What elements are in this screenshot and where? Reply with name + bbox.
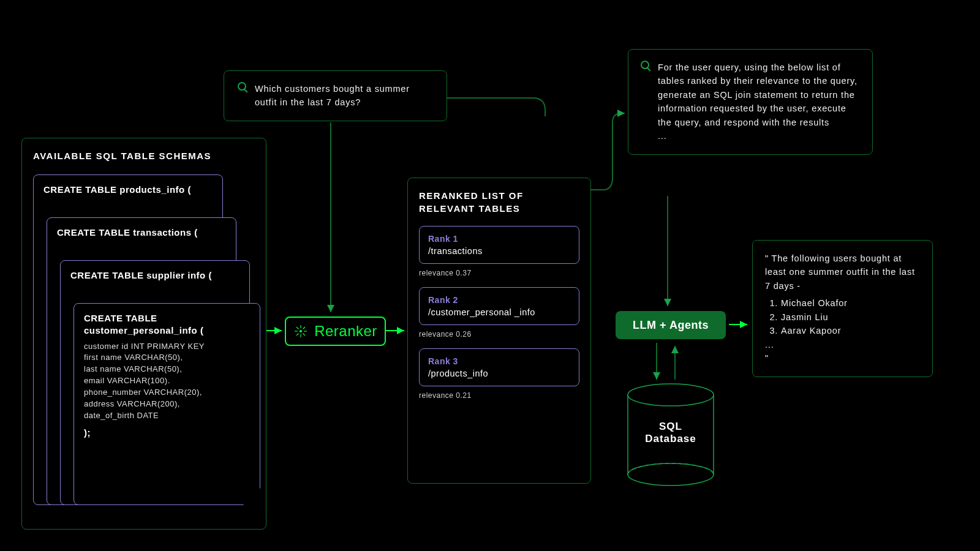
schemas-title: AVAILABLE SQL TABLE SCHEMAS [33,151,255,161]
schema-header: CREATE TABLE transactions ( [57,227,226,239]
ellipsis: ... [658,129,860,143]
schema-card-detailed: CREATE TABLE customer_personal_info ( cu… [74,303,260,505]
reranker-icon [293,324,308,339]
schema-header: CREATE TABLE products_info ( [43,184,213,196]
reranker-label: Reranker [314,323,377,340]
system-prompt-text: For the user query, using the below list… [658,61,860,129]
svg-line-5 [296,327,299,329]
llm-agents-node: LLM + Agents [616,311,726,339]
reranker-node: Reranker [285,317,386,346]
rank-relevance: relevance 0.21 [419,391,579,400]
rank-card: Rank 3/products_info [419,348,579,386]
result-box: " The following users bought at least on… [752,240,933,377]
system-prompt-box: For the user query, using the below list… [628,49,873,155]
rank-label: Rank 3 [428,356,570,366]
rank-label: Rank 2 [428,295,570,305]
schema-field: first name VARCHAR(50), [84,352,250,364]
result-item: Aarav Kapoor [781,324,920,337]
rank-relevance: relevance 0.37 [419,269,579,277]
page-fold-icon [243,488,260,505]
schema-field: address VARCHAR(200), [84,399,250,410]
search-icon [238,82,246,91]
svg-point-0 [300,331,302,332]
schema-field: customer id INT PRIMARY KEY [84,341,250,353]
ellipsis: ... [765,338,920,351]
reranked-container: RERANKED LIST OF RELEVANT TABLES Rank 1/… [407,178,591,484]
schema-header: CREATE TABLE customer_personal_info ( [84,312,250,337]
user-query-box: Which customers bought a summer outfit i… [224,70,447,121]
db-label-2: Database [625,433,717,445]
result-item: Michael Okafor [781,296,920,310]
llm-label: LLM + Agents [633,319,709,332]
result-item: Jasmin Liu [781,310,920,324]
rank-path: /products_info [428,369,570,378]
schema-header: CREATE TABLE supplier info ( [70,269,239,282]
rank-path: /customer_personal _info [428,307,570,317]
result-intro: " The following users bought at least on… [765,252,920,293]
rank-label: Rank 1 [428,234,570,244]
rank-relevance: relevance 0.26 [419,330,579,339]
result-list: Michael OkaforJasmin LiuAarav Kapoor [781,296,920,337]
search-icon [641,61,649,69]
svg-line-7 [296,334,299,336]
db-label-1: SQL [625,421,717,433]
schemas-container: AVAILABLE SQL TABLE SCHEMAS CREATE TABLE… [21,138,266,530]
schema-field: email VARCHAR(100). [84,375,250,387]
rank-card: Rank 1/transactions [419,226,579,264]
sql-database: SQL Database [625,383,717,490]
rank-card: Rank 2/customer_personal _info [419,287,579,325]
close-quote: " [765,351,920,365]
schema-closer: ); [84,427,250,438]
svg-line-8 [303,327,306,329]
user-query-text: Which customers bought a summer outfit i… [255,82,433,110]
svg-point-9 [628,384,714,406]
reranked-title: RERANKED LIST OF RELEVANT TABLES [419,189,579,215]
rank-path: /transactions [428,246,570,256]
schema-field: date_of_birth DATE [84,410,250,422]
schema-field: last name VARCHAR(50), [84,364,250,375]
svg-line-6 [303,334,306,336]
schema-field: phone_number VARCHAR(20), [84,387,250,399]
